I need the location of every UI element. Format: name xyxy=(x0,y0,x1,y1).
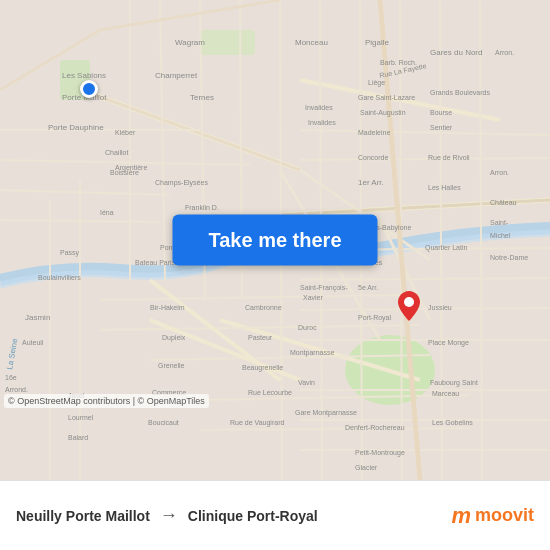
svg-text:Gare Montparnasse: Gare Montparnasse xyxy=(295,409,357,417)
svg-text:Arron.: Arron. xyxy=(490,169,509,176)
svg-text:Place Monge: Place Monge xyxy=(428,339,469,347)
svg-text:Chaillot: Chaillot xyxy=(105,149,128,156)
svg-text:Ternes: Ternes xyxy=(190,93,214,102)
svg-text:Xavier: Xavier xyxy=(303,294,324,301)
moovit-logo-area: m moovit xyxy=(451,503,534,529)
svg-text:Monceau: Monceau xyxy=(295,38,328,47)
svg-text:Quartier Latin: Quartier Latin xyxy=(425,244,468,252)
svg-text:Jasmin: Jasmin xyxy=(25,313,50,322)
map-attribution: © OpenStreetMap contributors | © OpenMap… xyxy=(4,394,209,408)
svg-text:Vavin: Vavin xyxy=(298,379,315,386)
svg-text:Les Gobelins: Les Gobelins xyxy=(432,419,473,426)
svg-text:Liège: Liège xyxy=(368,79,385,87)
svg-text:16e: 16e xyxy=(5,374,17,381)
svg-text:Arron.: Arron. xyxy=(495,49,514,56)
svg-text:Lourmel: Lourmel xyxy=(68,414,94,421)
svg-text:Bourse: Bourse xyxy=(430,109,452,116)
svg-text:Saint-François-: Saint-François- xyxy=(300,284,348,292)
svg-text:Argentière: Argentière xyxy=(115,164,147,172)
svg-text:1er Arr.: 1er Arr. xyxy=(358,178,384,187)
svg-text:Pasteur: Pasteur xyxy=(248,334,273,341)
svg-text:Michel: Michel xyxy=(490,232,511,239)
origin-label: Neuilly Porte Maillot xyxy=(16,508,150,524)
origin-pin xyxy=(80,80,98,98)
svg-text:Boulainvilliers: Boulainvilliers xyxy=(38,274,81,281)
svg-text:Château: Château xyxy=(490,199,517,206)
svg-text:Passy: Passy xyxy=(60,249,80,257)
svg-text:Rue Lecourbe: Rue Lecourbe xyxy=(248,389,292,396)
bottom-bar: Neuilly Porte Maillot → Clinique Port-Ro… xyxy=(0,480,550,550)
svg-point-127 xyxy=(404,297,414,307)
svg-text:Denfert-Rochereau: Denfert-Rochereau xyxy=(345,424,405,431)
svg-text:Faubourg Saint: Faubourg Saint xyxy=(430,379,478,387)
arrow-icon: → xyxy=(160,505,178,526)
svg-text:Kléber: Kléber xyxy=(115,129,136,136)
svg-text:Saint-Augustin: Saint-Augustin xyxy=(360,109,406,117)
svg-text:Petit-Montrouge: Petit-Montrouge xyxy=(355,449,405,457)
moovit-logo-text: moovit xyxy=(475,505,534,526)
svg-text:Boucicaut: Boucicaut xyxy=(148,419,179,426)
destination-label: Clinique Port-Royal xyxy=(188,508,318,524)
svg-text:Pigalle: Pigalle xyxy=(365,38,390,47)
svg-text:Dupleix: Dupleix xyxy=(162,334,186,342)
route-info: Neuilly Porte Maillot → Clinique Port-Ro… xyxy=(16,505,451,526)
svg-text:Rue de Rivoli: Rue de Rivoli xyxy=(428,154,470,161)
svg-text:Bir-Hakeim: Bir-Hakeim xyxy=(150,304,185,311)
svg-text:Saint-: Saint- xyxy=(490,219,509,226)
moovit-m-icon: m xyxy=(451,503,471,529)
svg-text:Balard: Balard xyxy=(68,434,88,441)
svg-rect-3 xyxy=(200,30,255,55)
svg-text:Marceau: Marceau xyxy=(432,390,459,397)
svg-text:Beaugrenelle: Beaugrenelle xyxy=(242,364,283,372)
svg-text:Franklin D.: Franklin D. xyxy=(185,204,219,211)
svg-text:Invalides: Invalides xyxy=(305,104,333,111)
take-me-there-button[interactable]: Take me there xyxy=(172,215,377,266)
svg-text:Porte Dauphine: Porte Dauphine xyxy=(48,123,104,132)
svg-text:Iéna: Iéna xyxy=(100,209,114,216)
svg-text:Montparnasse: Montparnasse xyxy=(290,349,334,357)
svg-text:Cambronne: Cambronne xyxy=(245,304,282,311)
svg-text:Jussieu: Jussieu xyxy=(428,304,452,311)
svg-text:Wagram: Wagram xyxy=(175,38,205,47)
map-area: Les Sablons Porte Maillot Porte Dauphine… xyxy=(0,0,550,480)
svg-text:Concorde: Concorde xyxy=(358,154,388,161)
svg-text:Gare Saint-Lazare: Gare Saint-Lazare xyxy=(358,94,415,101)
svg-text:Madeleine: Madeleine xyxy=(358,129,390,136)
svg-text:Champs-Elysées: Champs-Elysées xyxy=(155,179,208,187)
svg-text:Invalides: Invalides xyxy=(308,119,336,126)
svg-text:5e Arr.: 5e Arr. xyxy=(358,284,378,291)
svg-text:Sentier: Sentier xyxy=(430,124,453,131)
svg-text:Notre-Dame: Notre-Dame xyxy=(490,254,528,261)
svg-text:Grenelle: Grenelle xyxy=(158,362,185,369)
destination-pin xyxy=(398,291,420,325)
svg-text:Auteuil: Auteuil xyxy=(22,339,44,346)
svg-text:Duroc: Duroc xyxy=(298,324,317,331)
svg-text:Les Halles: Les Halles xyxy=(428,184,461,191)
svg-text:Les Sablons: Les Sablons xyxy=(62,71,106,80)
svg-text:Arrond.: Arrond. xyxy=(5,386,28,393)
svg-text:Rue de Vaugirard: Rue de Vaugirard xyxy=(230,419,284,427)
svg-text:Port-Royal: Port-Royal xyxy=(358,314,392,322)
svg-text:Grands Boulevards: Grands Boulevards xyxy=(430,89,490,96)
svg-text:Glacier: Glacier xyxy=(355,464,378,471)
svg-text:Champerret: Champerret xyxy=(155,71,198,80)
app-container: Les Sablons Porte Maillot Porte Dauphine… xyxy=(0,0,550,550)
svg-text:Gares du Nord: Gares du Nord xyxy=(430,48,482,57)
